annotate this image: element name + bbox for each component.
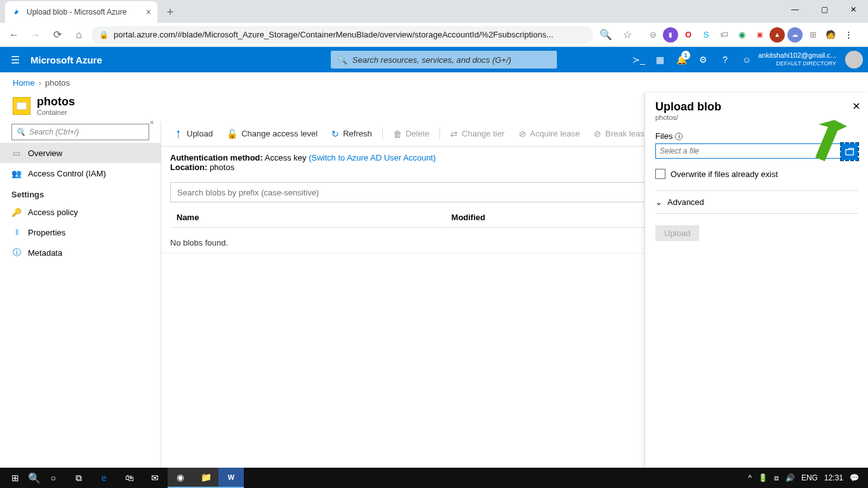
settings-icon[interactable]: ⚙ bbox=[693, 47, 714, 72]
tab-close-icon[interactable]: × bbox=[146, 7, 151, 17]
tray-chevron-icon[interactable]: ^ bbox=[748, 473, 752, 482]
sidebar-item-label: Metadata bbox=[28, 248, 62, 258]
file-select-input[interactable] bbox=[655, 143, 841, 159]
browse-file-button[interactable] bbox=[841, 143, 858, 160]
refresh-button[interactable]: ↻Refresh bbox=[325, 124, 378, 143]
cloud-shell-icon[interactable]: ≻_ bbox=[629, 47, 649, 72]
blade-title: photos bbox=[37, 95, 75, 109]
url-field[interactable]: 🔒 portal.azure.com/#blade/Microsoft_Azur… bbox=[91, 26, 593, 44]
cortana-button[interactable]: ○ bbox=[41, 468, 66, 488]
word-icon[interactable]: W bbox=[218, 468, 244, 488]
feedback-icon[interactable]: ☺ bbox=[737, 47, 757, 72]
iam-icon: 👥 bbox=[11, 169, 22, 178]
close-window-button[interactable]: ✕ bbox=[839, 0, 868, 19]
ext-icon-10[interactable]: ⊞ bbox=[805, 27, 820, 43]
clock[interactable]: 12:31 bbox=[824, 473, 843, 482]
collapse-sidebar-icon[interactable]: « bbox=[150, 118, 154, 126]
breadcrumb-current: photos bbox=[45, 78, 70, 88]
store-icon[interactable]: 🛍 bbox=[117, 468, 142, 488]
mail-icon[interactable]: ✉ bbox=[142, 468, 168, 488]
info-icon[interactable]: i bbox=[675, 133, 683, 140]
loc-label: Location: bbox=[170, 162, 208, 172]
ext-icon-6[interactable]: ◉ bbox=[734, 27, 749, 43]
breadcrumb: Home › photos bbox=[0, 72, 868, 93]
back-button[interactable]: ← bbox=[5, 26, 23, 44]
search-button[interactable]: 🔍 bbox=[28, 472, 41, 484]
ext-icon-3[interactable]: O bbox=[681, 27, 696, 43]
minimize-button[interactable]: — bbox=[780, 0, 810, 19]
task-view-button[interactable]: ⧉ bbox=[66, 468, 91, 488]
sidebar-item-iam[interactable]: 👥 Access Control (IAM) bbox=[0, 163, 161, 183]
help-icon[interactable]: ? bbox=[715, 47, 735, 72]
action-center-icon[interactable]: 💬 bbox=[850, 473, 859, 482]
sidebar-item-label: Overview bbox=[28, 148, 62, 158]
sidebar-item-access-policy[interactable]: 🔑 Access policy bbox=[0, 202, 161, 222]
extension-icons: ⊖ ▮ O S 🏷 ◉ ▣ ▲ ☁ ⊞ 🧑 ⋮ bbox=[645, 27, 856, 43]
ext-icon-4[interactable]: S bbox=[698, 27, 714, 43]
sidebar-item-metadata[interactable]: ⓘ Metadata bbox=[0, 242, 161, 263]
user-account[interactable]: ankitshahi102@gmail.c... DEFAULT DIRECTO… bbox=[758, 51, 840, 68]
breadcrumb-home[interactable]: Home bbox=[13, 78, 35, 88]
chrome-icon[interactable]: ◉ bbox=[168, 468, 193, 488]
edge-icon[interactable]: e bbox=[91, 468, 117, 488]
overwrite-checkbox[interactable]: Overwrite if files already exist bbox=[655, 169, 858, 179]
delete-button: 🗑Delete bbox=[387, 124, 436, 143]
panel-subtitle: photos/ bbox=[655, 114, 858, 121]
chrome-menu-icon[interactable]: ⋮ bbox=[841, 27, 856, 43]
advanced-label: Advanced bbox=[667, 197, 704, 207]
battery-icon[interactable]: 🔋 bbox=[758, 473, 768, 482]
breadcrumb-sep: › bbox=[39, 78, 41, 88]
hamburger-menu[interactable]: ☰ bbox=[0, 54, 30, 66]
sidebar-item-overview[interactable]: ▭ Overview bbox=[0, 143, 161, 163]
start-button[interactable]: ⊞ bbox=[3, 468, 28, 488]
forward-button[interactable]: → bbox=[27, 26, 44, 44]
overview-icon: ▭ bbox=[11, 148, 22, 158]
home-button[interactable]: ⌂ bbox=[70, 26, 88, 44]
upload-submit-button: Upload bbox=[655, 225, 699, 241]
new-tab-button[interactable]: + bbox=[161, 3, 179, 21]
acquire-lease-button: ⊘Acquire lease bbox=[512, 124, 587, 143]
browser-tab[interactable]: Upload blob - Microsoft Azure × bbox=[5, 1, 157, 23]
sidebar-search[interactable]: 🔍 Search (Ctrl+/) bbox=[11, 124, 149, 140]
lease-icon: ⊘ bbox=[519, 129, 526, 139]
azure-brand[interactable]: Microsoft Azure bbox=[30, 55, 115, 65]
ext-icon-7[interactable]: ▣ bbox=[752, 27, 767, 43]
advanced-toggle[interactable]: ⌄ Advanced bbox=[655, 190, 858, 214]
ext-icon-2[interactable]: ▮ bbox=[663, 27, 678, 43]
notifications-icon[interactable]: 🔔1 bbox=[672, 47, 692, 72]
panel-close-icon[interactable]: ✕ bbox=[852, 100, 860, 112]
azure-search[interactable]: 🔍 Search resources, services, and docs (… bbox=[331, 51, 557, 69]
sidebar-item-properties[interactable]: ⦀ Properties bbox=[0, 222, 161, 242]
windows-taskbar: ⊞ 🔍 ○ ⧉ e 🛍 ✉ ◉ 📁 W ^ 🔋 ⧈ 🔊 ENG 12:31 💬 bbox=[0, 468, 868, 488]
files-label: Files i bbox=[655, 131, 858, 141]
language-indicator[interactable]: ENG bbox=[801, 473, 818, 482]
volume-icon[interactable]: 🔊 bbox=[785, 473, 795, 482]
search-in-page-icon[interactable]: 🔍 bbox=[597, 26, 615, 44]
profile-avatar[interactable]: 🧑 bbox=[823, 27, 838, 43]
upload-button[interactable]: ⭡Upload bbox=[168, 124, 219, 143]
ext-icon-1[interactable]: ⊖ bbox=[645, 27, 660, 43]
change-access-button[interactable]: 🔓Change access level bbox=[220, 124, 324, 143]
upload-icon: ⭡ bbox=[174, 129, 183, 139]
reload-button[interactable]: ⟳ bbox=[48, 26, 66, 44]
chevron-down-icon: ⌄ bbox=[655, 197, 662, 207]
properties-icon: ⦀ bbox=[11, 227, 22, 237]
col-modified[interactable]: Modified bbox=[446, 208, 651, 228]
azure-favicon bbox=[11, 7, 22, 17]
wifi-icon[interactable]: ⧈ bbox=[774, 473, 779, 482]
overwrite-label: Overwrite if files already exist bbox=[671, 169, 778, 179]
user-email: ankitshahi102@gmail.c... bbox=[758, 51, 836, 60]
ext-icon-8[interactable]: ▲ bbox=[770, 27, 785, 43]
explorer-icon[interactable]: 📁 bbox=[193, 468, 218, 488]
star-icon[interactable]: ☆ bbox=[618, 26, 636, 44]
checkbox-icon[interactable] bbox=[655, 169, 665, 179]
ext-icon-5[interactable]: 🏷 bbox=[716, 27, 731, 43]
header-icons: ≻_ ▦ 🔔1 ⚙ ? ☺ ankitshahi102@gmail.c... D… bbox=[629, 47, 868, 72]
ext-icon-9[interactable]: ☁ bbox=[787, 27, 803, 43]
directories-icon[interactable]: ▦ bbox=[650, 47, 671, 72]
col-name[interactable]: Name bbox=[171, 208, 445, 228]
switch-auth-link[interactable]: (Switch to Azure AD User Account) bbox=[309, 153, 436, 162]
container-icon bbox=[13, 97, 30, 115]
user-avatar-icon[interactable] bbox=[845, 51, 863, 69]
maximize-button[interactable]: ▢ bbox=[810, 0, 839, 19]
